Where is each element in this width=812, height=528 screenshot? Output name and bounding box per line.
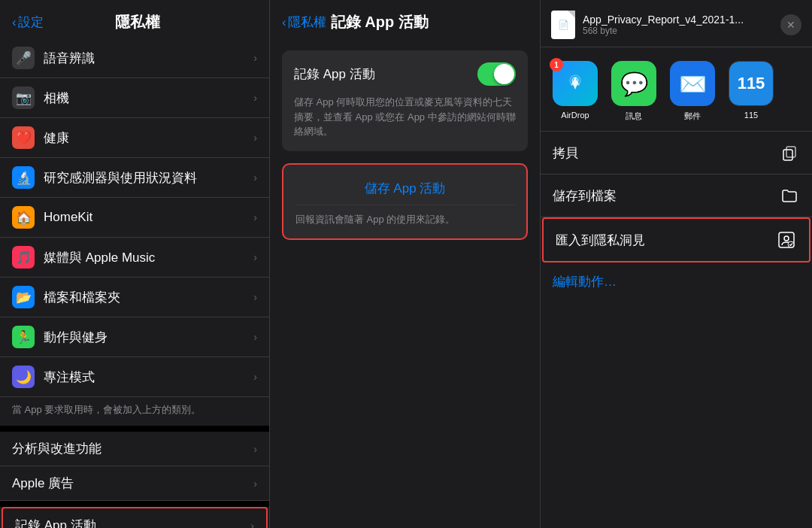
edit-actions-item[interactable]: 編輯動作… (541, 262, 812, 301)
action-import-privacy[interactable]: 匯入到隱私洞見 (542, 217, 810, 262)
file-size: 568 byte (583, 26, 773, 36)
photo115-label: 115 (744, 111, 758, 120)
menu-item-files[interactable]: 📂 檔案和檔案夾 › (0, 278, 269, 317)
menu-item-voice[interactable]: 🎤 語音辨識 › (0, 38, 269, 78)
share-115[interactable]: 115 115 (729, 61, 774, 122)
chevron-icon: › (253, 443, 257, 455)
share-mail[interactable]: ✉️ 郵件 (670, 61, 715, 122)
chevron-icon: › (253, 211, 257, 223)
chevron-icon: › (253, 132, 257, 144)
action-save-files-label: 儲存到檔案 (553, 187, 779, 205)
badge-1: 1 (550, 58, 563, 71)
right-panel: 📄 App_Privacy_Report_v4_2021-1... 568 by… (540, 0, 812, 528)
action-import-privacy-label: 匯入到隱私洞見 (556, 232, 776, 249)
messages-icon: 💬 (611, 61, 656, 106)
svg-point-6 (784, 236, 789, 241)
close-icon: ✕ (786, 19, 795, 31)
menu-item-camera[interactable]: 📷 相機 › (0, 78, 269, 118)
mid-title: 記錄 App 活動 (331, 12, 429, 32)
record-toggle[interactable] (477, 62, 516, 86)
menu-item-motion[interactable]: 🏃 動作與健身 › (0, 317, 269, 357)
file-icon: 📄 (551, 11, 575, 39)
mail-icon: ✉️ (670, 61, 715, 106)
toggle-knob (494, 64, 514, 84)
left-panel: ‹ 設定 隱私權 🎤 語音辨識 › 📷 相機 › ❤️ 健康 › 🔬 研究感測器… (0, 0, 269, 528)
toggle-description: 儲存 App 何時取用您的位置或麥克風等資料的七天摘要，並查看 App 或您在 … (294, 95, 516, 139)
menu-item-homekit[interactable]: 🏠 HomeKit › (0, 198, 269, 238)
section-divider (0, 426, 269, 432)
menu-label-health: 健康 (44, 129, 253, 147)
section-divider-2 (0, 501, 269, 507)
menu-label-motion: 動作與健身 (44, 329, 253, 346)
mid-chevron-icon: ‹ (282, 15, 286, 30)
chevron-icon: › (253, 331, 257, 343)
mid-back-label: 隱私權 (288, 14, 326, 31)
save-note: 回報資訊會隨著 App 的使用來記錄。 (295, 213, 514, 226)
photo115-icon: 115 (729, 61, 774, 106)
left-back-button[interactable]: ‹ 設定 (12, 14, 44, 31)
menu-label-media: 媒體與 Apple Music (44, 249, 253, 266)
menu-item-media[interactable]: 🎵 媒體與 Apple Music › (0, 238, 269, 278)
toggle-row: 記錄 App 活動 (294, 62, 516, 86)
airdrop-icon: 1 (553, 61, 598, 106)
left-chevron-icon: ‹ (12, 15, 17, 30)
right-header: 📄 App_Privacy_Report_v4_2021-1... 568 by… (541, 0, 812, 47)
menu-label-voice: 語音辨識 (44, 50, 253, 67)
close-button[interactable]: ✕ (780, 14, 801, 35)
menu-item-analytics[interactable]: 分析與改進功能 › (0, 432, 269, 466)
save-btn-section: 儲存 App 活動 回報資訊會隨著 App 的使用來記錄。 (282, 163, 528, 240)
research-icon: 🔬 (12, 166, 35, 189)
files-icon: 📂 (12, 286, 35, 308)
action-copy[interactable]: 拷貝 (541, 132, 812, 174)
left-title: 隱私權 (48, 12, 227, 32)
mid-header: ‹ 隱私權 記錄 App 活動 (270, 0, 540, 38)
menu-label-research: 研究感測器與使用狀況資料 (44, 169, 253, 187)
menu-item-research[interactable]: 🔬 研究感測器與使用狀況資料 › (0, 158, 269, 198)
edit-actions-label: 編輯動作… (553, 275, 617, 289)
chevron-icon: › (253, 92, 257, 104)
menu-label-analytics: 分析與改進功能 (12, 440, 253, 457)
action-copy-label: 拷貝 (553, 144, 779, 162)
save-app-activity-button[interactable]: 儲存 App 活動 (295, 177, 514, 205)
menu-label-homekit: HomeKit (44, 210, 253, 225)
menu-label-focus: 專注模式 (44, 369, 253, 386)
motion-icon: 🏃 (12, 326, 35, 348)
section-note: 當 App 要求取用時，會被加入上方的類別。 (0, 397, 269, 426)
menu-item-ads[interactable]: Apple 廣告 › (0, 466, 269, 501)
chevron-icon: › (253, 478, 257, 490)
action-save-files[interactable]: 儲存到檔案 (541, 174, 812, 217)
airdrop-label: AirDrop (561, 111, 589, 120)
svg-rect-3 (783, 150, 792, 160)
chevron-icon: › (253, 371, 257, 383)
mid-panel: ‹ 隱私權 記錄 App 活動 記錄 App 活動 儲存 App 何時取用您的位… (269, 0, 540, 528)
voice-icon: 🎤 (12, 47, 35, 69)
file-icon-text: 📄 (558, 20, 569, 30)
mail-label: 郵件 (684, 111, 701, 122)
chevron-icon: › (253, 171, 257, 184)
menu-label-ads: Apple 廣告 (12, 475, 253, 492)
messages-emoji: 💬 (620, 71, 648, 97)
mid-content: 記錄 App 活動 儲存 App 何時取用您的位置或麥克風等資料的七天摘要，並查… (270, 38, 540, 528)
menu-item-focus[interactable]: 🌙 專注模式 › (0, 357, 269, 397)
mail-emoji: ✉️ (679, 71, 707, 97)
focus-icon: 🌙 (12, 366, 35, 388)
left-back-label: 設定 (18, 14, 44, 31)
health-icon: ❤️ (12, 126, 35, 149)
privacy-insight-icon (776, 229, 797, 250)
share-airdrop[interactable]: 1 AirDrop (553, 61, 598, 122)
photo115-text: 115 (738, 74, 765, 93)
menu-label-files: 檔案和檔案夾 (44, 289, 253, 306)
chevron-icon: › (253, 251, 257, 263)
menu-item-health[interactable]: ❤️ 健康 › (0, 118, 269, 158)
media-icon: 🎵 (12, 246, 35, 269)
folder-icon (779, 185, 800, 206)
share-messages[interactable]: 💬 訊息 (611, 61, 656, 122)
chevron-icon: › (253, 52, 257, 64)
chevron-icon: › (253, 291, 257, 303)
toggle-label: 記錄 App 活動 (294, 65, 375, 83)
copy-icon (779, 142, 800, 163)
mid-back-button[interactable]: ‹ 隱私權 (282, 14, 326, 31)
chevron-icon: › (250, 520, 254, 529)
messages-label: 訊息 (626, 111, 642, 122)
menu-item-record-app[interactable]: 記錄 App 活動 › (2, 507, 268, 528)
